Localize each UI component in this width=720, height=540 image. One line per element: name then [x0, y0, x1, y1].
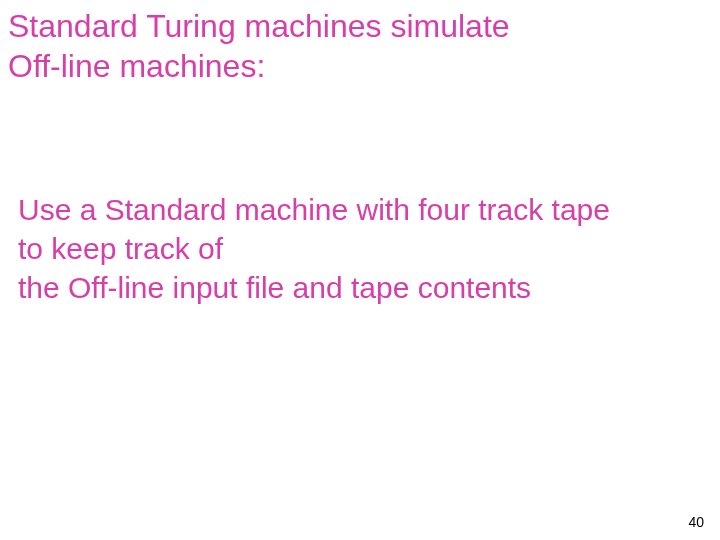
- body-line-1: Use a Standard machine with four track t…: [18, 190, 700, 229]
- slide-body: Use a Standard machine with four track t…: [18, 190, 700, 307]
- body-line-3: the Off-line input file and tape content…: [18, 268, 700, 307]
- page-number: 40: [688, 514, 704, 530]
- title-line-2: Off-line machines:: [8, 46, 700, 86]
- body-line-2: to keep track of: [18, 229, 700, 268]
- slide-title: Standard Turing machines simulate Off-li…: [8, 6, 700, 86]
- slide: Standard Turing machines simulate Off-li…: [0, 0, 720, 540]
- title-line-1: Standard Turing machines simulate: [8, 6, 700, 46]
